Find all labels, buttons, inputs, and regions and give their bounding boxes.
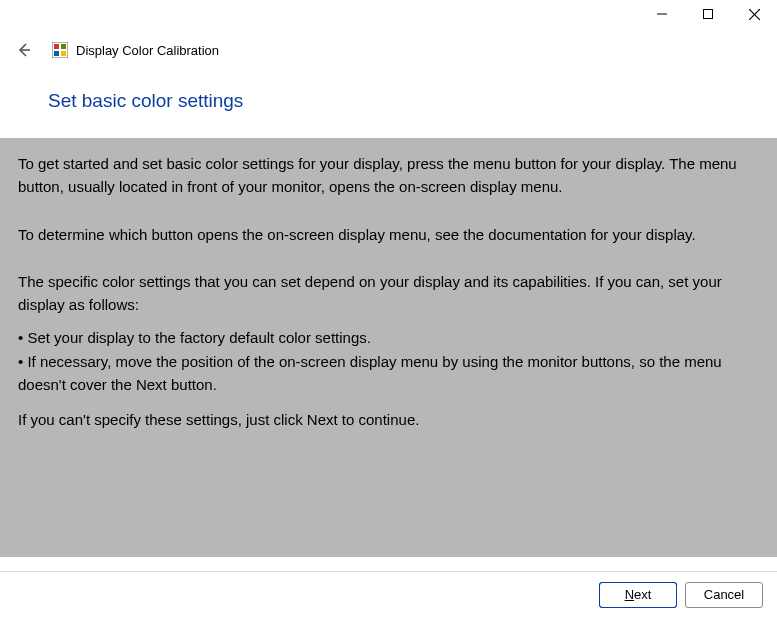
page-heading: Set basic color settings — [48, 90, 777, 112]
svg-rect-7 — [61, 44, 66, 49]
paragraph-4: If you can't specify these settings, jus… — [18, 408, 755, 431]
minimize-button[interactable] — [639, 0, 685, 28]
svg-rect-6 — [54, 44, 59, 49]
paragraph-2: To determine which button opens the on-s… — [18, 223, 755, 246]
svg-rect-1 — [704, 10, 713, 19]
svg-rect-9 — [61, 51, 66, 56]
bullet-2: • If necessary, move the position of the… — [18, 350, 755, 397]
svg-rect-8 — [54, 51, 59, 56]
app-icon — [52, 42, 68, 58]
back-button[interactable] — [12, 38, 36, 62]
bullet-1: • Set your display to the factory defaul… — [18, 326, 755, 349]
footer: Next Cancel — [0, 571, 777, 617]
cancel-button[interactable]: Cancel — [685, 582, 763, 608]
close-button[interactable] — [731, 0, 777, 28]
bullet-list: • Set your display to the factory defaul… — [18, 326, 755, 396]
paragraph-1: To get started and set basic color setti… — [18, 152, 755, 199]
heading-area: Set basic color settings — [0, 68, 777, 138]
content-area: To get started and set basic color setti… — [0, 138, 777, 557]
window-controls — [639, 0, 777, 28]
titlebar: Display Color Calibration — [0, 32, 777, 68]
maximize-button[interactable] — [685, 0, 731, 28]
app-title: Display Color Calibration — [76, 43, 219, 58]
paragraph-3: The specific color settings that you can… — [18, 270, 755, 317]
next-button[interactable]: Next — [599, 582, 677, 608]
next-button-rest: ext — [634, 587, 651, 602]
